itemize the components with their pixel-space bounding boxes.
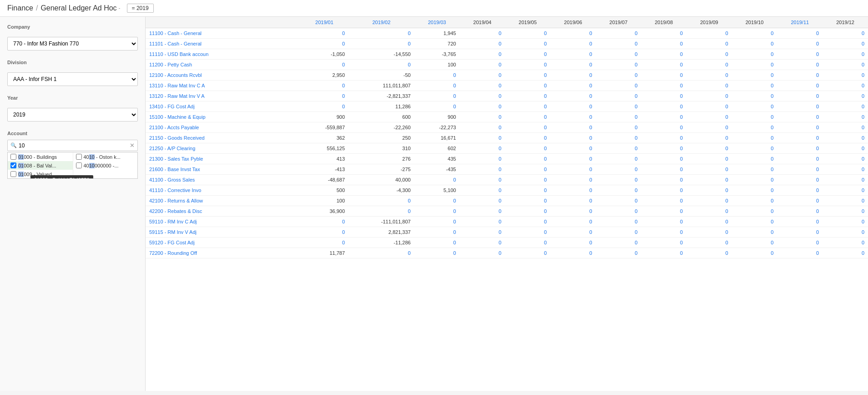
period-value-link[interactable]: 0 bbox=[499, 51, 501, 57]
period-value-link[interactable]: 0 bbox=[771, 30, 773, 36]
period-value-link[interactable]: 0 bbox=[589, 114, 592, 120]
period-value-link[interactable]: 0 bbox=[635, 135, 637, 141]
period-value-link[interactable]: 0 bbox=[453, 104, 456, 109]
account-link[interactable]: 11200 - Petty Cash bbox=[149, 62, 192, 67]
period-value-link[interactable]: 0 bbox=[862, 229, 864, 235]
period-value-link[interactable]: 0 bbox=[726, 93, 728, 99]
period-value-link[interactable]: 0 bbox=[680, 229, 683, 235]
period-value-link[interactable]: 0 bbox=[499, 93, 501, 99]
period-value-link[interactable]: 0 bbox=[544, 240, 547, 245]
col-header-2019-01[interactable]: 2019/01 bbox=[300, 17, 348, 28]
period-value-link[interactable]: 0 bbox=[408, 250, 411, 256]
period-value-link[interactable]: 0 bbox=[862, 177, 864, 182]
period-value-link[interactable]: 0 bbox=[816, 229, 819, 235]
period-value-link[interactable]: 0 bbox=[862, 114, 864, 120]
period-value-link[interactable]: 0 bbox=[453, 240, 456, 245]
period-value-link[interactable]: 0 bbox=[680, 177, 683, 182]
period-value-link[interactable]: 0 bbox=[499, 250, 501, 256]
period-value-link[interactable]: 0 bbox=[589, 62, 592, 67]
col-header-2019-06[interactable]: 2019/06 bbox=[550, 17, 596, 28]
period-value-link[interactable]: 0 bbox=[589, 167, 592, 172]
account-link[interactable]: 59115 - RM Inv V Adj bbox=[149, 229, 197, 235]
period-value-link[interactable]: 0 bbox=[771, 240, 773, 245]
period-value-link[interactable]: 0 bbox=[342, 104, 345, 109]
period-value-link[interactable]: 0 bbox=[635, 72, 637, 78]
period-value-link[interactable]: 0 bbox=[589, 41, 592, 46]
account-link[interactable]: 11100 - Cash - General bbox=[149, 30, 202, 36]
account-checkbox[interactable] bbox=[76, 154, 82, 160]
period-value-link[interactable]: 0 bbox=[816, 135, 819, 141]
account-item[interactable]: 4010000000 -... bbox=[73, 161, 138, 170]
period-value-link[interactable]: 0 bbox=[499, 146, 501, 151]
period-value-link[interactable]: 0 bbox=[680, 146, 683, 151]
period-value-link[interactable]: 0 bbox=[589, 198, 592, 203]
period-value-link[interactable]: 0 bbox=[589, 187, 592, 193]
period-value-link[interactable]: 0 bbox=[771, 41, 773, 46]
account-link[interactable]: 42100 - Returns & Allow bbox=[149, 198, 203, 203]
period-value-link[interactable]: 0 bbox=[862, 135, 864, 141]
period-value-link[interactable]: 0 bbox=[726, 62, 728, 67]
period-value-link[interactable]: 0 bbox=[589, 51, 592, 57]
period-value-link[interactable]: 0 bbox=[771, 167, 773, 172]
period-value-link[interactable]: 0 bbox=[342, 62, 345, 67]
period-value-link[interactable]: 0 bbox=[816, 30, 819, 36]
account-item[interactable]: 01008 - Bal Val... bbox=[8, 161, 73, 170]
period-value-link[interactable]: 0 bbox=[635, 156, 637, 162]
period-value-link[interactable]: 0 bbox=[771, 62, 773, 67]
period-value-link[interactable]: 0 bbox=[771, 198, 773, 203]
account-checkbox[interactable] bbox=[10, 154, 16, 160]
period-value-link[interactable]: 0 bbox=[680, 41, 683, 46]
period-value-link[interactable]: 0 bbox=[862, 93, 864, 99]
period-value-link[interactable]: 0 bbox=[635, 93, 637, 99]
account-link[interactable]: 21600 - Base Invst Tax bbox=[149, 167, 200, 172]
period-value-link[interactable]: 0 bbox=[635, 167, 637, 172]
period-value-link[interactable]: 0 bbox=[544, 167, 547, 172]
period-value-link[interactable]: 0 bbox=[499, 104, 501, 109]
period-value-link[interactable]: 0 bbox=[816, 72, 819, 78]
period-value-link[interactable]: 0 bbox=[862, 125, 864, 130]
period-value-link[interactable]: 0 bbox=[408, 62, 411, 67]
account-link[interactable]: 21100 - Accts Payable bbox=[149, 125, 199, 130]
period-value-link[interactable]: 0 bbox=[499, 198, 501, 203]
period-value-link[interactable]: 0 bbox=[816, 187, 819, 193]
period-value-link[interactable]: 0 bbox=[342, 83, 345, 88]
period-value-link[interactable]: 0 bbox=[862, 72, 864, 78]
col-header-2019-07[interactable]: 2019/07 bbox=[596, 17, 641, 28]
period-value-link[interactable]: 0 bbox=[544, 62, 547, 67]
col-header-2019-11[interactable]: 2019/11 bbox=[777, 17, 823, 28]
period-value-link[interactable]: 0 bbox=[726, 30, 728, 36]
period-value-link[interactable]: 0 bbox=[771, 51, 773, 57]
period-value-link[interactable]: 0 bbox=[862, 51, 864, 57]
period-value-link[interactable]: 0 bbox=[499, 156, 501, 162]
period-value-link[interactable]: 0 bbox=[544, 41, 547, 46]
account-link[interactable]: 11110 - USD Bank accoun bbox=[149, 51, 208, 57]
period-value-link[interactable]: 0 bbox=[589, 125, 592, 130]
period-value-link[interactable]: 0 bbox=[816, 208, 819, 214]
period-value-link[interactable]: 0 bbox=[589, 240, 592, 245]
period-value-link[interactable]: 0 bbox=[499, 114, 501, 120]
clear-search-icon[interactable]: ✕ bbox=[130, 142, 135, 149]
period-value-link[interactable]: 0 bbox=[499, 187, 501, 193]
period-value-link[interactable]: 0 bbox=[816, 125, 819, 130]
period-value-link[interactable]: 0 bbox=[726, 114, 728, 120]
period-value-link[interactable]: 0 bbox=[635, 62, 637, 67]
period-value-link[interactable]: 0 bbox=[342, 93, 345, 99]
period-value-link[interactable]: 0 bbox=[544, 208, 547, 214]
period-value-link[interactable]: 0 bbox=[680, 187, 683, 193]
period-value-link[interactable]: 0 bbox=[726, 146, 728, 151]
period-value-link[interactable]: 0 bbox=[499, 41, 501, 46]
period-value-link[interactable]: 0 bbox=[499, 72, 501, 78]
period-value-link[interactable]: 0 bbox=[680, 125, 683, 130]
year-badge[interactable]: = 2019 bbox=[127, 4, 154, 13]
period-value-link[interactable]: 0 bbox=[408, 30, 411, 36]
period-value-link[interactable]: 0 bbox=[680, 83, 683, 88]
year-select[interactable]: 2019 bbox=[7, 108, 138, 122]
period-value-link[interactable]: 0 bbox=[726, 72, 728, 78]
period-value-link[interactable]: 0 bbox=[771, 229, 773, 235]
period-value-link[interactable]: 0 bbox=[680, 135, 683, 141]
period-value-link[interactable]: 0 bbox=[771, 156, 773, 162]
account-checkbox[interactable] bbox=[76, 162, 82, 168]
period-value-link[interactable]: 0 bbox=[408, 198, 411, 203]
period-value-link[interactable]: 0 bbox=[635, 208, 637, 214]
period-value-link[interactable]: 0 bbox=[342, 219, 345, 224]
